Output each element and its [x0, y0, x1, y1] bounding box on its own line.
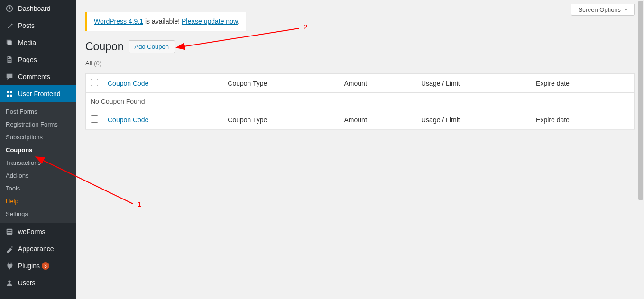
scrollbar-thumb[interactable] — [638, 1, 643, 200]
user-frontend-icon — [5, 89, 14, 99]
sidebar-item-label: Media — [18, 39, 36, 46]
comments-icon — [5, 72, 14, 82]
sidebar-item-label: Comments — [18, 73, 50, 81]
sidebar-item-weforms[interactable]: weForms — [0, 223, 76, 240]
select-all-foot[interactable] — [91, 115, 98, 123]
add-coupon-button[interactable]: Add Coupon — [129, 40, 175, 53]
sidebar-sub-help[interactable]: Help — [0, 195, 76, 208]
page-icon — [5, 55, 14, 64]
col-usage-limit: Usage / Limit — [416, 74, 531, 93]
svg-rect-2 — [8, 232, 12, 233]
col-expire-date-foot: Expire date — [531, 110, 634, 129]
sidebar-item-posts[interactable]: Posts — [0, 17, 76, 34]
dashboard-icon — [5, 4, 14, 13]
col-coupon-code-foot[interactable]: Coupon Code — [108, 116, 148, 124]
chevron-down-icon: ▼ — [624, 7, 628, 12]
sidebar-submenu: Post Forms Registration Forms Subscripti… — [0, 102, 76, 223]
sidebar-item-label: User Frontend — [18, 90, 60, 98]
screen-options-label: Screen Options — [578, 6, 621, 13]
svg-point-3 — [8, 281, 10, 283]
sidebar-item-label: Users — [18, 279, 36, 287]
empty-text: No Coupon Found — [86, 93, 635, 110]
update-now-link[interactable]: Please update now — [182, 18, 238, 25]
plugins-icon — [5, 261, 14, 271]
list-filter: All (0) — [85, 60, 635, 67]
filter-all[interactable]: All — [85, 60, 92, 67]
weforms-icon — [5, 227, 14, 236]
pin-icon — [5, 21, 14, 30]
update-notice: WordPress 4.9.1 is available! Please upd… — [85, 12, 246, 31]
sidebar-item-pages[interactable]: Pages — [0, 51, 76, 68]
sidebar-sub-tools[interactable]: Tools — [0, 182, 76, 195]
coupon-table: Coupon Code Coupon Type Amount Usage / L… — [85, 73, 635, 129]
sidebar-sub-subscriptions[interactable]: Subscriptions — [0, 131, 76, 144]
col-amount-foot: Amount — [340, 110, 416, 129]
col-coupon-type: Coupon Type — [223, 74, 339, 93]
sidebar-item-appearance[interactable]: Appearance — [0, 240, 76, 257]
sidebar-item-media[interactable]: Media — [0, 34, 76, 51]
page-heading: Coupon Add Coupon — [85, 40, 635, 53]
sidebar-sub-settings[interactable]: Settings — [0, 208, 76, 220]
content-area: Screen Options ▼ WordPress 4.9.1 is avai… — [76, 0, 644, 299]
empty-row: No Coupon Found — [86, 93, 635, 110]
sidebar-sub-post-forms[interactable]: Post Forms — [0, 105, 76, 118]
sidebar-item-dashboard[interactable]: Dashboard — [0, 0, 76, 17]
users-icon — [5, 278, 14, 288]
wp-version-link[interactable]: WordPress 4.9.1 — [94, 18, 143, 25]
sidebar-sub-registration-forms[interactable]: Registration Forms — [0, 118, 76, 131]
sidebar-item-comments[interactable]: Comments — [0, 68, 76, 85]
sidebar-item-label: weForms — [18, 228, 46, 236]
appearance-icon — [5, 244, 14, 254]
sidebar-sub-transactions[interactable]: Transactions — [0, 156, 76, 169]
col-amount: Amount — [340, 74, 416, 93]
admin-sidebar: Dashboard Posts Media Pages Comments Use… — [0, 0, 76, 299]
sidebar-item-label: Appearance — [18, 245, 54, 253]
col-coupon-code[interactable]: Coupon Code — [108, 80, 148, 87]
sidebar-item-plugins[interactable]: Plugins 3 — [0, 257, 76, 274]
sidebar-item-users[interactable]: Users — [0, 274, 76, 291]
notice-mid-text: is available! — [143, 18, 182, 25]
sidebar-item-label: Plugins — [18, 262, 40, 270]
col-expire-date: Expire date — [531, 74, 634, 93]
sidebar-sub-add-ons[interactable]: Add-ons — [0, 169, 76, 182]
sidebar-item-label: Posts — [18, 22, 35, 29]
plugins-update-badge: 3 — [42, 262, 49, 270]
screen-options-toggle[interactable]: Screen Options ▼ — [571, 4, 635, 16]
page-title: Coupon — [85, 40, 124, 53]
sidebar-item-label: Pages — [18, 56, 37, 63]
col-coupon-type-foot: Coupon Type — [223, 110, 339, 129]
svg-rect-1 — [8, 230, 12, 231]
sidebar-sub-coupons[interactable]: Coupons — [0, 144, 76, 156]
window-scrollbar[interactable] — [637, 0, 644, 299]
select-all-head[interactable] — [91, 79, 98, 86]
col-usage-limit-foot: Usage / Limit — [416, 110, 531, 129]
media-icon — [5, 38, 14, 47]
sidebar-item-user-frontend[interactable]: User Frontend — [0, 85, 76, 102]
filter-all-count: (0) — [94, 60, 101, 67]
sidebar-item-label: Dashboard — [18, 5, 51, 12]
